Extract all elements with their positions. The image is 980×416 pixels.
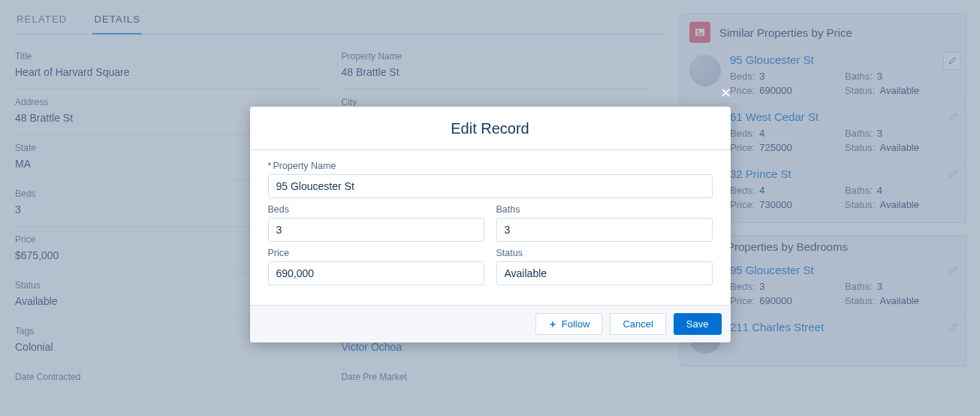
baths-input[interactable] (496, 218, 713, 242)
modal-price-label: Price (268, 248, 484, 258)
beds-input[interactable] (268, 218, 484, 242)
plus-icon (548, 320, 557, 329)
save-button[interactable]: Save (674, 313, 722, 335)
modal-property-name-label: *Property Name (268, 161, 713, 171)
property-name-input[interactable] (268, 174, 713, 198)
modal-overlay: ✕ Edit Record *Property Name Beds Baths … (0, 0, 980, 416)
price-input[interactable] (268, 261, 484, 285)
modal-status-label: Status (496, 248, 713, 258)
close-icon[interactable]: ✕ (719, 86, 734, 101)
edit-record-modal: ✕ Edit Record *Property Name Beds Baths … (250, 107, 731, 342)
modal-baths-label: Baths (496, 204, 713, 215)
cancel-button[interactable]: Cancel (610, 313, 665, 335)
status-input[interactable] (496, 261, 713, 285)
follow-button[interactable]: Follow (535, 313, 603, 335)
modal-title: Edit Record (250, 107, 731, 150)
modal-beds-label: Beds (268, 204, 484, 215)
